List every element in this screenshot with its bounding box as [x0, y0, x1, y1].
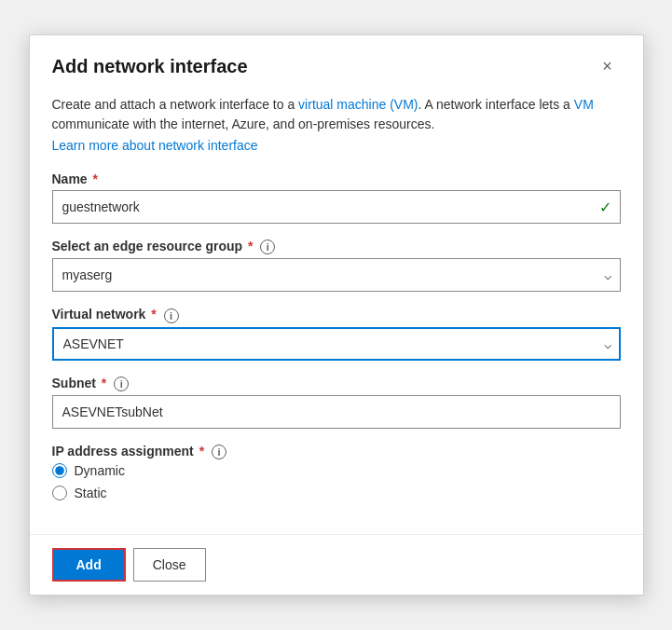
add-button[interactable]: Add: [52, 548, 126, 582]
ip-assignment-info-icon[interactable]: i: [212, 445, 226, 459]
subnet-required: *: [98, 376, 106, 390]
subnet-input-wrapper: [52, 395, 621, 429]
name-field-group: Name * ✓: [52, 171, 621, 224]
vm-link-2[interactable]: VM: [574, 97, 594, 112]
dialog-title: Add network interface: [52, 56, 248, 77]
name-input[interactable]: [52, 190, 621, 224]
close-button[interactable]: Close: [133, 548, 206, 582]
name-input-wrapper: ✓: [52, 190, 621, 224]
ip-assignment-required: *: [196, 444, 204, 459]
name-required: *: [89, 171, 98, 186]
edge-resource-group-label: Select an edge resource group * i: [52, 239, 621, 254]
subnet-info-icon[interactable]: i: [114, 377, 129, 391]
vm-link-1[interactable]: virtual machine (VM): [298, 97, 418, 112]
subnet-label: Subnet * i: [52, 376, 621, 391]
radio-dynamic-label: Dynamic: [75, 463, 125, 478]
ip-assignment-group: IP address assignment * i Dynamic Static: [52, 444, 621, 500]
radio-dynamic-input[interactable]: [52, 463, 67, 478]
dialog-close-button[interactable]: ×: [595, 54, 621, 80]
edge-resource-group-required: *: [244, 239, 253, 253]
radio-static-option[interactable]: Static: [52, 486, 621, 500]
edge-resource-group-info-icon[interactable]: i: [260, 240, 275, 254]
description-text: Create and attach a network interface to…: [52, 95, 621, 134]
virtual-network-required: *: [147, 307, 156, 322]
edge-resource-group-input-wrapper: myaserg ⌵: [52, 258, 621, 292]
virtual-network-field-group: Virtual network * i ASEVNET ⌵: [52, 307, 621, 360]
radio-static-label: Static: [75, 486, 107, 500]
subnet-field-group: Subnet * i: [52, 376, 621, 429]
edge-resource-group-select[interactable]: myaserg: [52, 258, 621, 292]
radio-dynamic-option[interactable]: Dynamic: [52, 463, 621, 478]
check-icon: ✓: [599, 198, 611, 215]
ip-assignment-label: IP address assignment * i: [52, 444, 621, 459]
dialog-overlay: Add network interface × Create and attac…: [0, 0, 672, 630]
radio-static-input[interactable]: [52, 486, 67, 500]
dialog: Add network interface × Create and attac…: [29, 34, 644, 596]
virtual-network-input-wrapper: ASEVNET ⌵: [52, 327, 621, 361]
dialog-body: Create and attach a network interface to…: [30, 95, 643, 534]
dialog-header: Add network interface ×: [30, 35, 643, 95]
subnet-input[interactable]: [52, 395, 621, 429]
name-label: Name *: [52, 171, 621, 186]
edge-resource-group-field-group: Select an edge resource group * i myaser…: [52, 239, 621, 292]
virtual-network-info-icon[interactable]: i: [164, 308, 179, 323]
virtual-network-select[interactable]: ASEVNET: [52, 327, 621, 361]
learn-more-link[interactable]: Learn more about network interface: [52, 138, 621, 153]
virtual-network-label: Virtual network * i: [52, 307, 621, 322]
dialog-footer: Add Close: [30, 534, 643, 595]
